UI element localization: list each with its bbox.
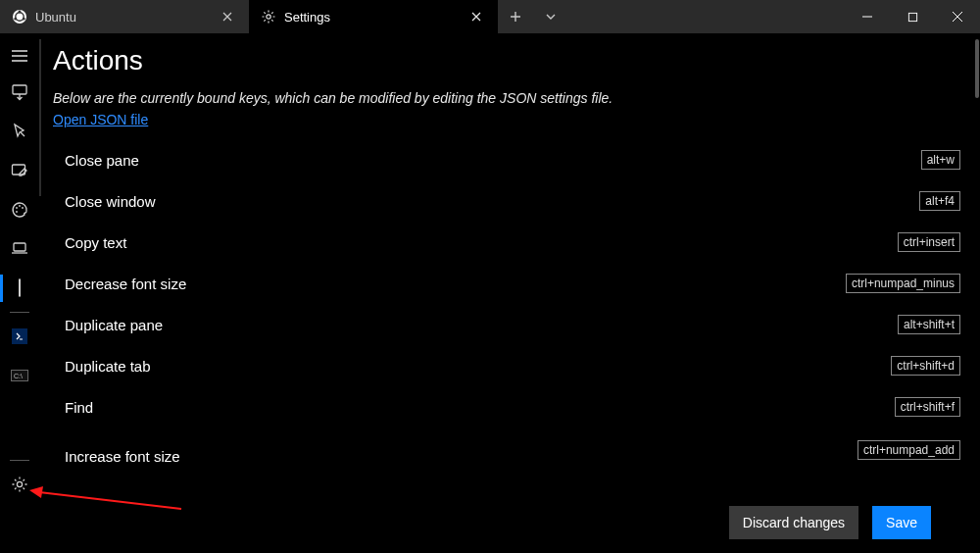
sidebar-profile-cmd[interactable]: C:\: [0, 356, 39, 395]
page-description: Below are the currently bound keys, whic…: [53, 90, 960, 106]
action-label: Close pane: [65, 152, 139, 169]
tab-ubuntu[interactable]: Ubuntu: [0, 0, 249, 33]
discard-changes-button[interactable]: Discard changes: [729, 506, 858, 539]
settings-content: Actions Below are the currently bound ke…: [43, 33, 974, 553]
action-row[interactable]: Find ctrl+shift+f: [53, 386, 960, 427]
svg-point-3: [23, 18, 25, 21]
sidebar-profile-powershell[interactable]: [0, 317, 39, 356]
settings-icon: [261, 9, 276, 25]
key-binding: alt+f4: [919, 191, 960, 211]
key-binding: ctrl+shift+d: [891, 356, 960, 376]
page-title: Actions: [53, 45, 960, 76]
actions-list: Close pane alt+w Close window alt+f4 Cop…: [53, 139, 960, 492]
tab-label: Ubuntu: [35, 10, 210, 25]
svg-rect-7: [13, 85, 26, 94]
action-row[interactable]: Decrease font size ctrl+numpad_minus: [53, 263, 960, 304]
svg-point-11: [22, 207, 24, 209]
window-close-button[interactable]: [935, 0, 980, 33]
sidebar-item-2[interactable]: [0, 151, 39, 190]
key-binding: ctrl+shift+f: [895, 397, 960, 417]
sidebar-item-4[interactable]: [0, 229, 39, 269]
gear-icon: [11, 476, 28, 493]
window-maximize-button[interactable]: [890, 0, 935, 33]
scrollbar-indicator[interactable]: [39, 39, 41, 196]
sidebar-item-3[interactable]: [0, 190, 39, 229]
footer: Discard changes Save: [53, 492, 960, 553]
new-tab-button[interactable]: [498, 0, 533, 33]
monitor-down-icon: [11, 83, 28, 101]
svg-point-5: [267, 15, 270, 19]
tab-label: Settings: [284, 10, 459, 25]
open-json-link[interactable]: Open JSON file: [53, 112, 960, 127]
svg-point-10: [19, 205, 21, 207]
sidebar-item-1[interactable]: [0, 112, 39, 151]
sidebar-item-5[interactable]: [0, 269, 39, 308]
sidebar-separator: [10, 312, 29, 313]
svg-point-12: [16, 211, 18, 213]
action-label: Duplicate pane: [65, 317, 163, 333]
action-label: Close window: [65, 193, 156, 210]
palette-icon: [11, 201, 28, 219]
svg-point-2: [19, 11, 22, 14]
action-row[interactable]: Copy text ctrl+insert: [53, 222, 960, 263]
svg-point-4: [14, 18, 17, 21]
tab-close-button[interactable]: [218, 7, 237, 26]
action-label: Duplicate tab: [65, 358, 151, 375]
key-binding: ctrl+numpad_add: [858, 440, 960, 460]
tab-strip: Ubuntu Settings: [0, 0, 498, 33]
svg-point-9: [16, 207, 18, 209]
pointer-icon: [11, 123, 28, 140]
hamburger-menu-button[interactable]: [0, 39, 39, 73]
key-binding: ctrl+insert: [898, 232, 960, 252]
save-button[interactable]: Save: [872, 506, 931, 539]
action-label: Copy text: [65, 234, 126, 251]
sidebar: C:\: [0, 33, 39, 553]
sidebar-settings-button[interactable]: [0, 465, 39, 504]
ubuntu-icon: [12, 9, 27, 25]
tab-actions: [498, 0, 568, 33]
action-label: Find: [65, 399, 93, 416]
action-row[interactable]: Close pane alt+w: [53, 139, 960, 180]
action-row[interactable]: Duplicate tab ctrl+shift+d: [53, 345, 960, 386]
powershell-icon: [12, 328, 27, 344]
action-row[interactable]: Duplicate pane alt+shift+t: [53, 304, 960, 345]
laptop-icon: [11, 240, 28, 258]
scroll-thumb[interactable]: [975, 39, 979, 98]
action-label: Increase font size: [65, 448, 180, 465]
window-minimize-button[interactable]: [845, 0, 890, 33]
key-binding: alt+shift+t: [898, 315, 960, 334]
tab-settings[interactable]: Settings: [249, 0, 498, 33]
tablet-edit-icon: [11, 162, 28, 179]
content-scrollbar[interactable]: [974, 33, 980, 553]
keyboard-icon: [19, 279, 21, 297]
tab-dropdown-button[interactable]: [533, 0, 568, 33]
action-row[interactable]: Increase font size ctrl+numpad_add: [53, 429, 960, 471]
action-label: Decrease font size: [65, 276, 186, 292]
key-binding: ctrl+numpad_minus: [846, 274, 960, 293]
sidebar-item-0[interactable]: [0, 73, 39, 112]
svg-rect-6: [908, 13, 916, 21]
titlebar: Ubuntu Settings: [0, 0, 980, 33]
svg-rect-13: [14, 243, 25, 251]
svg-point-14: [17, 481, 22, 486]
sidebar-separator: [10, 460, 29, 461]
command-prompt-icon: C:\: [11, 370, 28, 381]
window-controls: [845, 0, 980, 33]
tab-close-button[interactable]: [466, 7, 486, 26]
action-row[interactable]: Close window alt+f4: [53, 180, 960, 222]
key-binding: alt+w: [921, 150, 960, 170]
